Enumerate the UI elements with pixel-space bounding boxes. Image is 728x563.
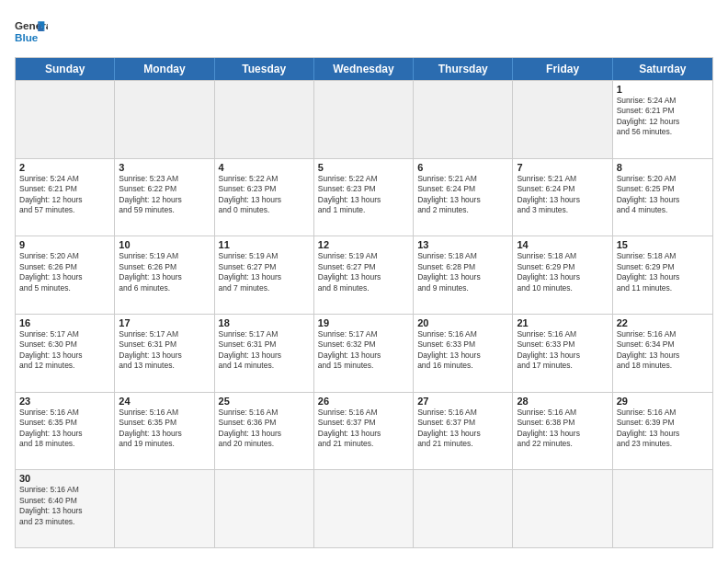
day-info: Sunrise: 5:20 AM Sunset: 6:25 PM Dayligh… [617, 174, 709, 216]
weekday-header: Monday [115, 58, 214, 80]
day-info: Sunrise: 5:16 AM Sunset: 6:40 PM Dayligh… [19, 485, 110, 527]
day-number: 12 [318, 239, 409, 250]
calendar-cell: 3Sunrise: 5:23 AM Sunset: 6:22 PM Daylig… [115, 159, 214, 236]
calendar-cell: 5Sunrise: 5:22 AM Sunset: 6:23 PM Daylig… [314, 159, 414, 236]
day-info: Sunrise: 5:16 AM Sunset: 6:38 PM Dayligh… [517, 408, 608, 450]
day-info: Sunrise: 5:16 AM Sunset: 6:33 PM Dayligh… [417, 329, 508, 372]
day-number: 9 [19, 239, 110, 250]
calendar-cell: 25Sunrise: 5:16 AM Sunset: 6:36 PM Dayli… [215, 393, 314, 470]
day-number: 6 [417, 162, 508, 173]
day-number: 8 [617, 162, 709, 173]
day-info: Sunrise: 5:16 AM Sunset: 6:35 PM Dayligh… [19, 408, 110, 450]
calendar-row: 23Sunrise: 5:16 AM Sunset: 6:35 PM Dayli… [16, 392, 712, 470]
day-number: 5 [318, 162, 409, 173]
calendar-cell [414, 470, 513, 547]
day-number: 25 [219, 396, 310, 407]
weekday-header: Sunday [16, 58, 115, 80]
day-number: 17 [119, 317, 210, 328]
day-info: Sunrise: 5:24 AM Sunset: 6:21 PM Dayligh… [617, 96, 709, 138]
calendar-cell: 18Sunrise: 5:17 AM Sunset: 6:31 PM Dayli… [215, 315, 314, 392]
calendar-cell: 13Sunrise: 5:18 AM Sunset: 6:28 PM Dayli… [414, 236, 513, 314]
day-number: 14 [517, 239, 608, 250]
calendar-cell: 10Sunrise: 5:19 AM Sunset: 6:26 PM Dayli… [115, 236, 214, 314]
day-info: Sunrise: 5:16 AM Sunset: 6:34 PM Dayligh… [617, 329, 709, 372]
weekday-header: Friday [513, 58, 612, 80]
day-number: 21 [517, 317, 608, 328]
calendar-cell: 26Sunrise: 5:16 AM Sunset: 6:37 PM Dayli… [314, 393, 414, 470]
day-number: 4 [219, 162, 310, 173]
day-info: Sunrise: 5:23 AM Sunset: 6:22 PM Dayligh… [119, 174, 210, 216]
day-number: 11 [219, 239, 310, 250]
day-info: Sunrise: 5:16 AM Sunset: 6:37 PM Dayligh… [318, 408, 409, 450]
calendar: SundayMondayTuesdayWednesdayThursdayFrid… [15, 57, 713, 548]
calendar-cell: 9Sunrise: 5:20 AM Sunset: 6:26 PM Daylig… [16, 236, 115, 314]
day-number: 28 [517, 396, 608, 407]
calendar-cell [513, 81, 612, 158]
calendar-row: 2Sunrise: 5:24 AM Sunset: 6:21 PM Daylig… [16, 158, 712, 236]
day-number: 27 [417, 396, 508, 407]
day-info: Sunrise: 5:17 AM Sunset: 6:31 PM Dayligh… [219, 329, 310, 372]
calendar-cell [115, 81, 214, 158]
calendar-cell [16, 81, 115, 158]
calendar-header: SundayMondayTuesdayWednesdayThursdayFrid… [16, 58, 712, 80]
calendar-cell: 24Sunrise: 5:16 AM Sunset: 6:35 PM Dayli… [115, 393, 214, 470]
day-number: 10 [119, 239, 210, 250]
calendar-cell: 23Sunrise: 5:16 AM Sunset: 6:35 PM Dayli… [16, 393, 115, 470]
calendar-cell: 27Sunrise: 5:16 AM Sunset: 6:37 PM Dayli… [414, 393, 513, 470]
calendar-cell: 20Sunrise: 5:16 AM Sunset: 6:33 PM Dayli… [414, 315, 513, 392]
day-number: 30 [19, 473, 110, 484]
day-number: 7 [517, 162, 608, 173]
logo-icon: General Blue [15, 15, 48, 48]
calendar-cell: 11Sunrise: 5:19 AM Sunset: 6:27 PM Dayli… [215, 236, 314, 314]
weekday-header: Tuesday [215, 58, 314, 80]
calendar-cell: 12Sunrise: 5:19 AM Sunset: 6:27 PM Dayli… [314, 236, 414, 314]
day-info: Sunrise: 5:22 AM Sunset: 6:23 PM Dayligh… [219, 174, 310, 216]
calendar-cell: 6Sunrise: 5:21 AM Sunset: 6:24 PM Daylig… [414, 159, 513, 236]
weekday-header: Saturday [613, 58, 712, 80]
day-number: 18 [219, 317, 310, 328]
day-number: 26 [318, 396, 409, 407]
day-info: Sunrise: 5:22 AM Sunset: 6:23 PM Dayligh… [318, 174, 409, 216]
calendar-cell [314, 81, 414, 158]
header: General Blue [15, 15, 713, 48]
calendar-cell: 21Sunrise: 5:16 AM Sunset: 6:33 PM Dayli… [513, 315, 612, 392]
day-number: 19 [318, 317, 409, 328]
day-info: Sunrise: 5:18 AM Sunset: 6:29 PM Dayligh… [617, 251, 709, 293]
calendar-row: 16Sunrise: 5:17 AM Sunset: 6:30 PM Dayli… [16, 314, 712, 392]
day-info: Sunrise: 5:18 AM Sunset: 6:29 PM Dayligh… [517, 251, 608, 293]
calendar-cell: 30Sunrise: 5:16 AM Sunset: 6:40 PM Dayli… [16, 470, 115, 547]
day-info: Sunrise: 5:18 AM Sunset: 6:28 PM Dayligh… [417, 251, 508, 293]
day-number: 15 [617, 239, 709, 250]
calendar-cell [613, 470, 712, 547]
calendar-row: 1Sunrise: 5:24 AM Sunset: 6:21 PM Daylig… [16, 80, 712, 158]
calendar-cell [115, 470, 214, 547]
calendar-cell [314, 470, 414, 547]
day-info: Sunrise: 5:16 AM Sunset: 6:37 PM Dayligh… [417, 408, 508, 450]
calendar-cell: 29Sunrise: 5:16 AM Sunset: 6:39 PM Dayli… [613, 393, 712, 470]
day-info: Sunrise: 5:16 AM Sunset: 6:33 PM Dayligh… [517, 329, 608, 372]
day-info: Sunrise: 5:16 AM Sunset: 6:39 PM Dayligh… [617, 408, 709, 450]
logo: General Blue [15, 15, 48, 48]
calendar-cell: 7Sunrise: 5:21 AM Sunset: 6:24 PM Daylig… [513, 159, 612, 236]
weekday-header: Wednesday [314, 58, 414, 80]
day-info: Sunrise: 5:20 AM Sunset: 6:26 PM Dayligh… [19, 251, 110, 293]
day-number: 20 [417, 317, 508, 328]
day-info: Sunrise: 5:24 AM Sunset: 6:21 PM Dayligh… [19, 174, 110, 216]
calendar-cell: 19Sunrise: 5:17 AM Sunset: 6:32 PM Dayli… [314, 315, 414, 392]
calendar-row: 9Sunrise: 5:20 AM Sunset: 6:26 PM Daylig… [16, 236, 712, 314]
svg-text:Blue: Blue [15, 31, 39, 43]
day-number: 22 [617, 317, 709, 328]
page: General Blue SundayMondayTuesdayWednesda… [0, 0, 728, 563]
calendar-cell: 4Sunrise: 5:22 AM Sunset: 6:23 PM Daylig… [215, 159, 314, 236]
calendar-cell [414, 81, 513, 158]
day-number: 13 [417, 239, 508, 250]
weekday-header: Thursday [414, 58, 513, 80]
calendar-body: 1Sunrise: 5:24 AM Sunset: 6:21 PM Daylig… [16, 80, 712, 547]
day-number: 2 [19, 162, 110, 173]
day-info: Sunrise: 5:17 AM Sunset: 6:30 PM Dayligh… [19, 329, 110, 372]
calendar-cell: 17Sunrise: 5:17 AM Sunset: 6:31 PM Dayli… [115, 315, 214, 392]
day-info: Sunrise: 5:19 AM Sunset: 6:27 PM Dayligh… [219, 251, 310, 293]
calendar-row: 30Sunrise: 5:16 AM Sunset: 6:40 PM Dayli… [16, 469, 712, 547]
calendar-cell: 14Sunrise: 5:18 AM Sunset: 6:29 PM Dayli… [513, 236, 612, 314]
day-number: 29 [617, 396, 709, 407]
